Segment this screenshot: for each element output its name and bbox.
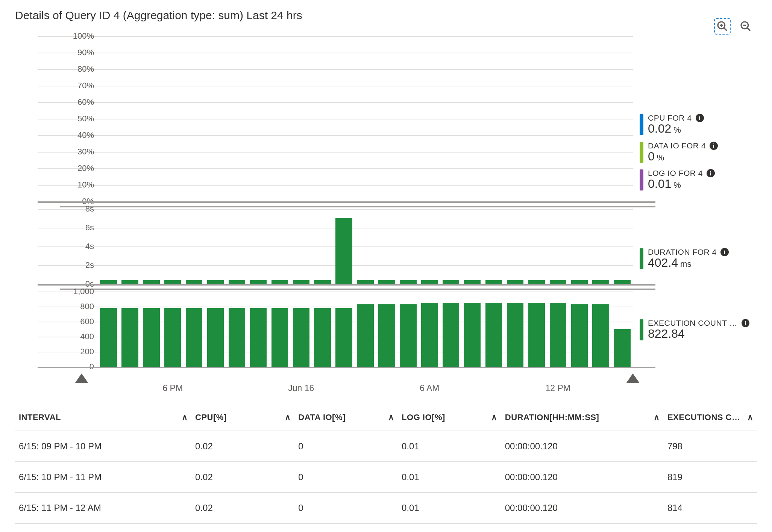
page-title: Details of Query ID 4 (Aggregation type:… <box>15 9 302 22</box>
chart-bar[interactable] <box>614 280 630 284</box>
cell-interval: 6/15: 09 PM - 10 PM <box>15 431 191 462</box>
chart-bar[interactable] <box>207 308 224 367</box>
chart-bar[interactable] <box>378 280 395 284</box>
chart-bar[interactable] <box>464 280 481 284</box>
chart-bar[interactable] <box>464 303 481 367</box>
chart-bar[interactable] <box>571 280 588 284</box>
y-tick: 30% <box>77 147 94 157</box>
table-row[interactable]: 6/15: 10 PM - 11 PM0.0200.0100:00:00.120… <box>15 462 757 493</box>
y-tick: 6s <box>85 223 94 233</box>
col-logio[interactable]: LOG IO[%]∧ <box>398 404 501 431</box>
info-icon[interactable]: i <box>696 114 704 122</box>
chart-bar[interactable] <box>357 280 373 284</box>
x-tick: 6 PM <box>162 383 183 393</box>
legend-value-cpu: 0.02 <box>648 122 671 135</box>
legend-swatch-exec <box>640 319 643 340</box>
table-header-row: INTERVAL∧ CPU[%]∧ DATA IO[%]∧ LOG IO[%]∧… <box>15 404 757 431</box>
chart-bar[interactable] <box>314 308 331 367</box>
chart-bar[interactable] <box>293 280 309 284</box>
chart-bar[interactable] <box>592 280 609 284</box>
col-duration[interactable]: DURATION[HH:MM:SS]∧ <box>501 404 664 431</box>
y-tick: 60% <box>77 97 94 107</box>
range-marker-left[interactable] <box>75 373 88 383</box>
chart-bar[interactable] <box>121 280 138 284</box>
chart-bar[interactable] <box>571 304 588 367</box>
chart-bar[interactable] <box>443 303 459 367</box>
cell-dataio: 0 <box>294 462 398 493</box>
y-tick: 20% <box>77 163 94 173</box>
info-icon[interactable]: i <box>707 169 715 177</box>
legend-swatch-logio <box>640 169 643 190</box>
chart-bar[interactable] <box>229 308 245 367</box>
col-cpu[interactable]: CPU[%]∧ <box>191 404 294 431</box>
chart-bar[interactable] <box>400 304 416 367</box>
col-exec[interactable]: EXECUTIONS C…∧ <box>664 404 757 431</box>
chart-bar[interactable] <box>271 280 288 284</box>
chart-bar[interactable] <box>550 303 566 367</box>
chart-bar[interactable] <box>550 280 566 284</box>
legend-label-duration: DURATION FOR 4 <box>648 248 717 257</box>
chart-bar[interactable] <box>164 308 181 367</box>
chart-bar[interactable] <box>186 308 202 367</box>
chart-bar[interactable] <box>143 308 159 367</box>
chart-bar[interactable] <box>186 280 202 284</box>
col-interval[interactable]: INTERVAL∧ <box>15 404 191 431</box>
range-marker-right[interactable] <box>626 373 640 383</box>
y-tick: 1,000 <box>73 287 94 296</box>
sort-caret-icon: ∧ <box>285 413 291 422</box>
info-icon[interactable]: i <box>720 248 729 256</box>
chart-bar[interactable] <box>443 280 459 284</box>
cell-dataio: 0 <box>294 431 398 462</box>
legend-label-exec: EXECUTION COUNT F… <box>648 319 738 328</box>
info-icon[interactable]: i <box>710 142 718 150</box>
chart-bar[interactable] <box>357 304 373 367</box>
chart-x-axis: 6 PMJun 166 AM12 PM <box>98 374 633 397</box>
chart-bar[interactable] <box>378 304 395 367</box>
legend-unit-cpu: % <box>673 125 681 134</box>
y-tick: 50% <box>77 114 94 124</box>
chart-bar[interactable] <box>164 280 181 284</box>
chart-bar[interactable] <box>592 304 609 367</box>
chart-bar[interactable] <box>121 308 138 367</box>
x-tick: 6 AM <box>420 383 439 393</box>
chart-bar[interactable] <box>293 308 309 367</box>
chart-bar[interactable] <box>271 308 288 367</box>
chart-bar[interactable] <box>421 280 438 284</box>
legend-label-dataio: DATA IO FOR 4 <box>648 141 706 150</box>
chart-bar[interactable] <box>507 303 523 367</box>
chart-bar[interactable] <box>528 303 545 367</box>
chart-bar[interactable] <box>485 280 502 284</box>
cell-cpu: 0.02 <box>191 462 294 493</box>
chart-bar[interactable] <box>100 308 117 367</box>
chart-bar[interactable] <box>207 280 224 284</box>
chart-bar[interactable] <box>250 280 267 284</box>
zoom-out-button[interactable] <box>737 18 754 35</box>
chart-bar[interactable] <box>485 303 502 367</box>
sort-caret-icon: ∧ <box>388 413 394 422</box>
chart-bar[interactable] <box>229 280 245 284</box>
chart-bar[interactable] <box>507 280 523 284</box>
chart-bar[interactable] <box>335 218 352 284</box>
cell-duration: 00:00:00.120 <box>501 493 664 523</box>
cell-exec: 819 <box>664 462 757 493</box>
col-dataio[interactable]: DATA IO[%]∧ <box>294 404 398 431</box>
table-row[interactable]: 6/15: 11 PM - 12 AM0.0200.0100:00:00.120… <box>15 493 757 523</box>
chart-bar[interactable] <box>100 280 117 284</box>
chart-bar[interactable] <box>614 329 630 367</box>
chart-bar[interactable] <box>421 303 438 367</box>
chart-bar[interactable] <box>250 308 267 367</box>
chart-bar[interactable] <box>143 280 159 284</box>
legend-item-cpu: CPU FOR 4 i 0.02 % <box>640 113 757 135</box>
info-icon[interactable]: i <box>742 319 749 327</box>
table-row[interactable]: 6/15: 09 PM - 10 PM0.0200.0100:00:00.120… <box>15 431 757 462</box>
legend-unit-logio: % <box>673 181 681 189</box>
zoom-in-button[interactable] <box>714 18 731 35</box>
x-tick: Jun 16 <box>288 383 314 393</box>
legend-item-logio: LOG IO FOR 4 i 0.01 % <box>640 169 757 190</box>
chart-bar[interactable] <box>528 280 545 284</box>
chart-bar[interactable] <box>400 280 416 284</box>
chart-bar[interactable] <box>314 280 331 284</box>
legend-value-duration: 402.4 <box>648 257 678 269</box>
legend-value-dataio: 0 <box>648 150 655 163</box>
chart-bar[interactable] <box>335 308 352 367</box>
